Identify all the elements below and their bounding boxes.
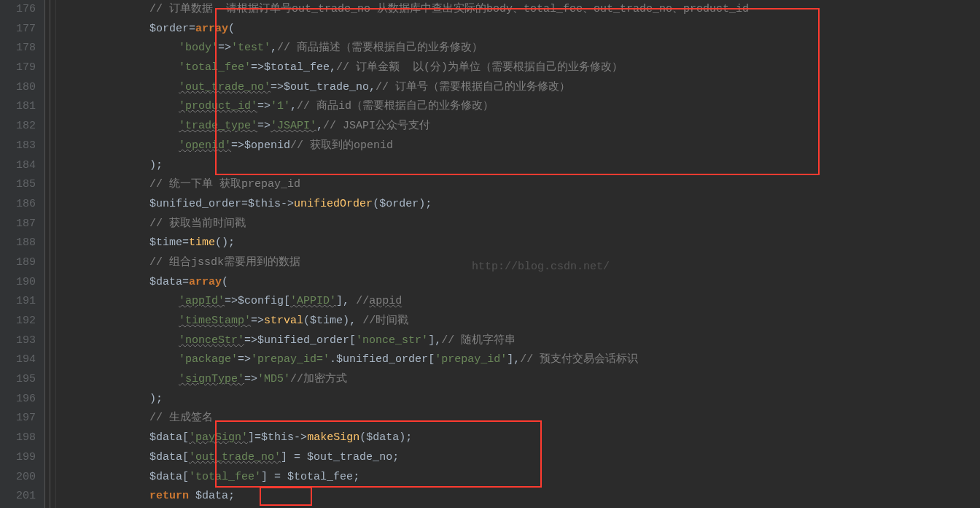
bracket: [ [182,451,189,463]
function-call: unifiedOrder [294,198,373,210]
paren: ( [359,431,366,444]
comma: , [330,61,336,74]
paren: ) [343,315,349,327]
paren: ); [419,198,432,210]
code-line[interactable]: $order=array( [62,20,980,39]
line-number: 181 [16,97,36,117]
code-line[interactable]: 'product_id'=>'1',// 商品id（需要根据自己的业务修改） [62,97,980,117]
variable: $order [149,23,189,35]
comment: // [356,295,369,307]
code-area[interactable]: http://blog.csdn.net/ // 订单数据 请根据订单号out_… [56,0,980,508]
code-line[interactable]: // 获取当前时间戳 [62,215,980,234]
bracket: ] [281,451,287,463]
code-line[interactable]: $unified_order=$this->unifiedOrder($orde… [62,195,980,215]
operator: => [244,334,257,347]
comment: // 组合jssdk需要用到的数据 [149,256,300,269]
code-line[interactable]: $data['paySign']=$this->makeSign($data); [62,428,980,448]
code-line[interactable]: 'package'=>'prepay_id='.$unified_order['… [62,350,980,370]
string-key: 'package' [179,353,238,366]
bracket: ] [261,471,268,483]
line-number: 197 [16,409,36,428]
comma: , [349,315,362,327]
code-line[interactable]: 'appId'=>$config['APPID'], //appid [62,292,980,312]
line-number: 185 [16,175,36,195]
paren: (); [215,236,235,249]
line-number: 193 [16,331,36,351]
code-line[interactable]: 'timeStamp'=>strval($time), //时间戳 [62,312,980,331]
line-number: 179 [16,58,36,78]
string-key: 'appId' [179,295,225,307]
comma: , [290,100,297,112]
code-line[interactable]: 'nonceStr'=>$unified_order['nonce_str'],… [62,331,980,351]
line-number: 187 [16,215,36,234]
code-line[interactable]: $data['total_fee'] = $total_fee; [62,468,980,488]
string-key: 'total_fee' [189,471,261,483]
variable: $data [149,471,182,483]
comment: // 订单号（需要根据自己的业务修改） [376,81,570,93]
code-line[interactable]: $data['out_trade_no'] = $out_trade_no; [62,448,980,468]
paren: ); [149,393,163,405]
variable: $data [149,431,182,444]
comment: // 统一下单 获取prepay_id [149,178,300,190]
paren: ( [228,23,235,35]
operator: => [218,42,231,54]
comment: //时间戳 [362,315,408,327]
variable: $total_fee [264,61,330,74]
string-value: 'JSAPI' [271,120,316,132]
code-line[interactable]: $data=array( [62,273,980,293]
variable: $order [379,198,419,210]
code-editor: 1761771781791801811821831841851861871881… [0,0,980,508]
string-key: 'out_trade_no' [189,451,281,463]
code-line[interactable]: // 订单数据 请根据订单号out_trade_no 从数据库中查出实际的bod… [62,0,980,20]
bracket: [ [349,334,356,347]
string-key: 'signType' [179,373,244,385]
code-line[interactable]: // 生成签名 [62,409,980,428]
variable: $data [195,490,228,502]
line-number: 178 [16,39,36,58]
operator: => [225,295,238,307]
paren: ); [399,431,412,444]
code-line[interactable]: 'signType'=>'MD5'//加密方式 [62,370,980,390]
code-line[interactable]: ); [62,156,980,176]
string-value: '1' [271,100,290,112]
keyword: array [189,276,222,288]
operator: => [231,139,244,152]
code-line[interactable]: 'trade_type'=>'JSAPI',// JSAPI公众号支付 [62,117,980,136]
code-line[interactable]: ); [62,390,980,409]
code-line[interactable]: 'out_trade_no'=>$out_trade_no,// 订单号（需要根… [62,78,980,98]
variable: $unified_order [336,353,428,366]
string-key: 'product_id' [179,100,257,112]
code-line[interactable]: $time=time(); [62,234,980,253]
comment: // 生成签名 [149,412,213,424]
semicolon: ; [392,451,399,463]
operator: => [244,373,257,385]
line-number: 177 [16,20,36,39]
code-line[interactable]: 'openid'=>$openid// 获取到的openid [62,136,980,156]
line-number: 184 [16,156,36,176]
operator: = [182,276,189,288]
string-key: 'paySign' [189,431,248,444]
line-number: 188 [16,234,36,253]
comment-word: appid [369,295,402,307]
line-number: 198 [16,428,36,448]
code-line[interactable]: return $data; [62,487,980,507]
line-number: 196 [16,390,36,409]
operator: = [182,236,189,249]
operator: -> [294,431,307,444]
line-number: 183 [16,136,36,156]
code-line[interactable]: // 统一下单 获取prepay_id [62,175,980,195]
line-number: 191 [16,292,36,312]
bracket: ] [507,353,513,366]
string-key: 'out_trade_no' [179,81,271,93]
operator: = [254,431,261,444]
variable: $this [261,431,294,444]
comment: // 预支付交易会话标识 [520,353,638,366]
code-line[interactable]: // 组合jssdk需要用到的数据 [62,253,980,273]
paren: ( [373,198,379,210]
bracket: [ [182,471,189,483]
code-line[interactable]: 'total_fee'=>$total_fee,// 订单金额 以(分)为单位（… [62,58,980,78]
code-line[interactable]: 'body'=>'test',// 商品描述（需要根据自己的业务修改） [62,39,980,58]
string-key: 'nonceStr' [179,334,244,347]
line-number: 190 [16,273,36,293]
string-value: 'prepay_id=' [251,353,330,366]
